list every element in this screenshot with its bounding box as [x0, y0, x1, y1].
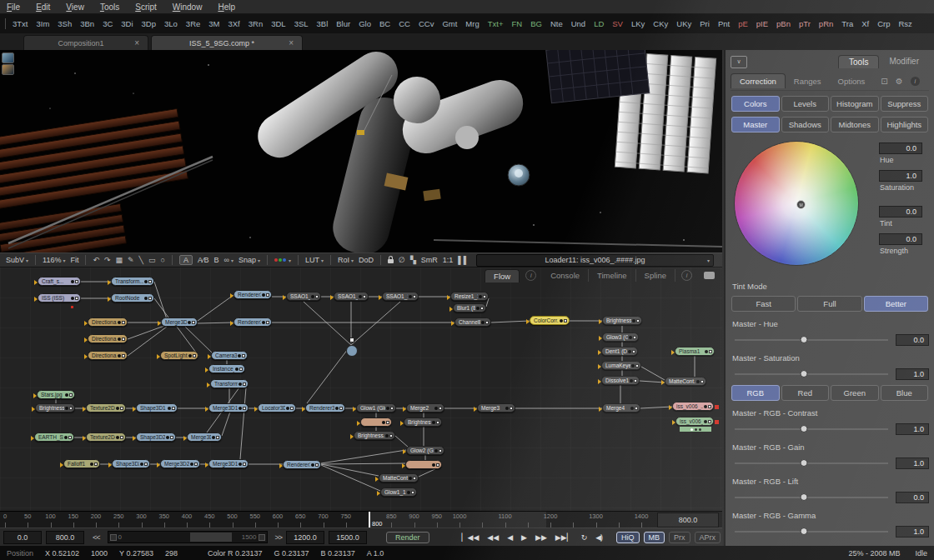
go-to-start-button[interactable]: ▏◀◀: [462, 533, 480, 542]
subtab-ranges[interactable]: Ranges: [786, 74, 830, 88]
tool-cc[interactable]: CC: [399, 19, 410, 28]
tool-lky[interactable]: LKy: [631, 19, 645, 28]
slider-handle[interactable]: [800, 493, 807, 501]
node-output-icon[interactable]: [708, 405, 711, 408]
flow-node-merge4[interactable]: Merge4: [602, 403, 640, 412]
slider-value-field[interactable]: 0.0: [896, 334, 929, 346]
node-output-icon[interactable]: [242, 354, 245, 358]
button-shadows[interactable]: Shadows: [781, 117, 830, 132]
button-midtones[interactable]: Midtones: [831, 117, 879, 132]
flow-node-stars-jpg[interactable]: Stars.jpg: [37, 390, 75, 399]
node-output-icon[interactable]: [172, 407, 175, 410]
flow-node-rootnode[interactable]: RootNode: [111, 293, 154, 302]
lock-icon[interactable]: [388, 257, 394, 263]
tool-txt[interactable]: Txt+: [488, 19, 504, 28]
flow-node-earth-sti[interactable]: EARTH_Sti...: [34, 432, 74, 442]
brush-icon[interactable]: ✎: [128, 256, 134, 264]
node-output-icon[interactable]: [439, 407, 442, 410]
global-end-field[interactable]: 1500.0: [329, 531, 367, 544]
flow-node-ssao1-2-1[interactable]: SSAO1_2_1: [286, 292, 321, 301]
tool-pie[interactable]: pIE: [756, 19, 768, 28]
viewer-thumb-icon[interactable]: [2, 64, 14, 75]
split-view-icon[interactable]: ▌▌: [458, 256, 469, 264]
tool-mrg[interactable]: Mrg: [465, 19, 479, 28]
node-output-icon[interactable]: [708, 420, 711, 423]
flow-node-resize1-1[interactable]: Resize1_1...: [450, 292, 489, 301]
info-icon[interactable]: i: [525, 270, 536, 281]
timeline-ruler[interactable]: 800.0 0501001502002503003504004505005506…: [0, 511, 722, 528]
menu-window[interactable]: Window: [173, 2, 203, 12]
node-output-icon[interactable]: [266, 293, 269, 297]
flow-node-craft-s[interactable]: Craft_s...: [38, 277, 81, 286]
tool-pnt[interactable]: Pnt: [718, 19, 730, 28]
flow-node-merge3[interactable]: Merge3: [477, 403, 515, 412]
node-output-icon[interactable]: [633, 336, 636, 339]
slider-handle[interactable]: [800, 336, 807, 343]
flow-node-instance[interactable]: Instance_...: [208, 364, 245, 373]
node-output-icon[interactable]: [94, 462, 98, 466]
node-output-icon[interactable]: [709, 350, 712, 353]
tool-pe[interactable]: pE: [738, 19, 748, 28]
button-highlights[interactable]: Highlights: [881, 117, 929, 132]
flow-node-merge3d3[interactable]: Merge3D3: [161, 318, 198, 327]
node-output-icon[interactable]: [243, 462, 246, 466]
slider-value-field[interactable]: 0.0: [896, 492, 929, 503]
field-strength[interactable]: 0.0: [879, 233, 922, 245]
node-output-icon[interactable]: [148, 297, 152, 300]
node-output-icon[interactable]: [634, 379, 637, 382]
start-frame-field[interactable]: 0.0: [3, 531, 42, 544]
flow-node-brightness[interactable]: Brightness...: [35, 403, 75, 412]
menu-edit[interactable]: Edit: [36, 2, 50, 12]
fast-reverse-button[interactable]: ◀◀: [487, 533, 499, 542]
flow-node-plasma1[interactable]: Plasma1: [675, 347, 715, 356]
flow-node-brightness[interactable]: Brightness...: [404, 418, 442, 427]
slider-value-field[interactable]: 1.0: [896, 368, 929, 380]
flow-node-dent1-dnt[interactable]: Dent1 (Dnt): [601, 347, 638, 356]
node-output-icon[interactable]: [413, 477, 416, 480]
node-output-icon[interactable]: [315, 295, 319, 298]
node-output-icon[interactable]: [69, 407, 73, 410]
flow-node-shape3d2[interactable]: Shape3D2...: [112, 459, 150, 468]
panel-tab-modifier[interactable]: Modifier: [879, 55, 929, 68]
flow-node-transform[interactable]: Transform...: [111, 277, 154, 286]
node-output-icon[interactable]: [439, 449, 442, 452]
ruler-end-frame-field[interactable]: 800.0: [657, 512, 719, 528]
node-output-icon[interactable]: [483, 295, 486, 298]
field-tint[interactable]: 0.0: [879, 206, 922, 218]
ellipse-tool-icon[interactable]: ○: [161, 256, 165, 264]
panel-tab-tools[interactable]: Tools: [838, 55, 879, 68]
flow-junction-node[interactable]: [346, 345, 358, 357]
flow-tab-timeline[interactable]: Timeline: [589, 269, 636, 282]
tool-ld[interactable]: LD: [594, 19, 604, 28]
tool-blur[interactable]: Blur: [336, 19, 350, 28]
menu-tools[interactable]: Tools: [100, 2, 119, 12]
flow-node-falloff1[interactable]: Falloff1: [63, 459, 100, 468]
flow-node-merge3d1[interactable]: Merge3D1: [208, 403, 249, 412]
slider-value-field[interactable]: 1.0: [896, 458, 929, 469]
viewer-pane[interactable]: [0, 50, 722, 252]
current-frame-field[interactable]: 800.0: [46, 531, 84, 544]
node-output-icon[interactable]: [194, 462, 198, 466]
tool-ccv[interactable]: CCv: [419, 19, 434, 28]
node-output-icon[interactable]: [266, 321, 269, 324]
node-output-icon[interactable]: [389, 434, 393, 438]
flow-node-glow1-glo[interactable]: Glow1 (Glo): [356, 403, 396, 412]
node-output-icon[interactable]: [239, 368, 243, 371]
flow-node-editor[interactable]: FlowiConsoleTimelineSplinei Craft_s...IS…: [0, 268, 722, 511]
flow-node-renderer3[interactable]: Renderer3...: [234, 290, 272, 299]
flow-node-iss-iss[interactable]: ISS (ISS): [38, 293, 81, 302]
flow-node-camera3d1[interactable]: Camera3D1: [211, 351, 248, 360]
tool-3xf[interactable]: 3Xf: [228, 19, 240, 28]
range-end-handle[interactable]: [259, 534, 265, 541]
grid-icon[interactable]: ▦: [116, 256, 123, 264]
slider-track[interactable]: [735, 373, 888, 375]
toggle-mb[interactable]: MB: [644, 532, 665, 543]
node-output-icon[interactable]: [122, 338, 125, 341]
pan-a-icon[interactable]: ↶: [93, 256, 99, 264]
node-output-icon[interactable]: [315, 463, 319, 467]
flow-node-unnamed[interactable]: [405, 460, 442, 469]
slider-value-field[interactable]: 1.0: [896, 526, 929, 538]
node-output-icon[interactable]: [120, 436, 123, 439]
view-ab-button[interactable]: A⁄B: [198, 256, 209, 264]
node-output-icon[interactable]: [75, 297, 78, 300]
